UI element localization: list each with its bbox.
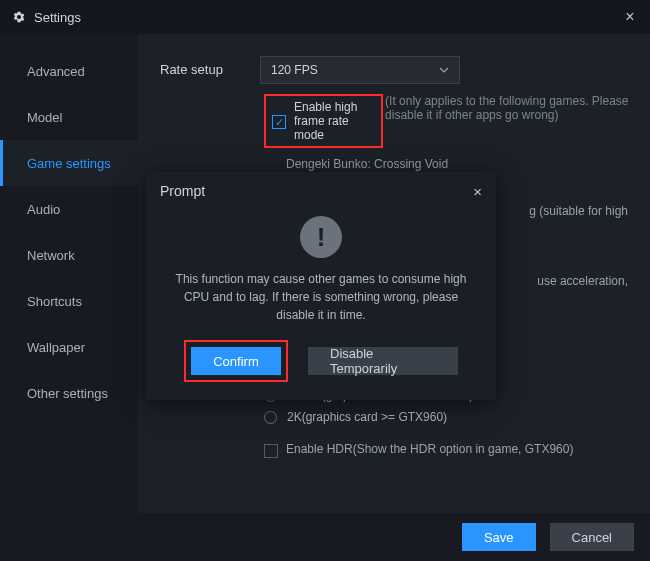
exclamation-char: ! bbox=[317, 222, 326, 253]
modal-close-icon[interactable]: × bbox=[473, 183, 482, 200]
confirm-button[interactable]: Confirm bbox=[191, 347, 281, 375]
fps-select[interactable]: 120 FPS bbox=[260, 56, 460, 84]
sidebar-item-shortcuts[interactable]: Shortcuts bbox=[0, 278, 138, 324]
sidebar-item-advanced[interactable]: Advanced bbox=[0, 48, 138, 94]
save-button[interactable]: Save bbox=[462, 523, 536, 551]
sidebar-item-network[interactable]: Network bbox=[0, 232, 138, 278]
partial-text: use acceleration, bbox=[537, 274, 628, 288]
cancel-button[interactable]: Cancel bbox=[550, 523, 634, 551]
sidebar-item-label: Wallpaper bbox=[27, 340, 85, 355]
hfr-game-item: Dengeki Bunko: Crossing Void bbox=[286, 154, 630, 174]
enable-hdr-label: Enable HDR(Show the HDR option in game, … bbox=[286, 442, 573, 456]
modal-title: Prompt bbox=[160, 183, 205, 199]
window-close-icon[interactable]: × bbox=[622, 9, 638, 25]
sidebar: Advanced Model Game settings Audio Netwo… bbox=[0, 34, 138, 513]
sidebar-item-audio[interactable]: Audio bbox=[0, 186, 138, 232]
sidebar-item-label: Model bbox=[27, 110, 62, 125]
prompt-modal: Prompt × ! This function may cause other… bbox=[146, 172, 496, 400]
confirm-button-label: Confirm bbox=[213, 354, 259, 369]
sidebar-item-label: Audio bbox=[27, 202, 60, 217]
sidebar-item-label: Advanced bbox=[27, 64, 85, 79]
enable-hdr-checkbox[interactable] bbox=[264, 444, 278, 458]
resolution-2k-label: 2K(graphics card >= GTX960) bbox=[287, 410, 447, 424]
sidebar-item-wallpaper[interactable]: Wallpaper bbox=[0, 324, 138, 370]
gear-icon bbox=[12, 10, 26, 24]
cancel-button-label: Cancel bbox=[572, 530, 612, 545]
modal-message: This function may cause other games to c… bbox=[146, 270, 496, 324]
titlebar: Settings × bbox=[0, 0, 650, 34]
sidebar-item-model[interactable]: Model bbox=[0, 94, 138, 140]
disable-temporarily-button[interactable]: Disable Temporarily bbox=[308, 347, 458, 375]
fps-selected-value: 120 FPS bbox=[271, 63, 318, 77]
exclamation-icon: ! bbox=[300, 216, 342, 258]
rate-setup-label: Rate setup bbox=[160, 56, 260, 77]
enable-hfr-label: Enable high frame rate mode bbox=[294, 100, 375, 142]
sidebar-item-label: Network bbox=[27, 248, 75, 263]
sidebar-item-game-settings[interactable]: Game settings bbox=[0, 140, 138, 186]
highlight-enable-hfr: Enable high frame rate mode bbox=[264, 94, 383, 148]
enable-hfr-checkbox[interactable] bbox=[272, 115, 286, 129]
sidebar-item-other-settings[interactable]: Other settings bbox=[0, 370, 138, 416]
resolution-2k-radio[interactable] bbox=[264, 411, 277, 424]
save-button-label: Save bbox=[484, 530, 514, 545]
window-title: Settings bbox=[34, 10, 81, 25]
enable-hfr-note: (It only applies to the following games.… bbox=[385, 94, 630, 122]
sidebar-item-label: Other settings bbox=[27, 386, 108, 401]
sidebar-item-label: Game settings bbox=[27, 156, 111, 171]
highlight-confirm: Confirm bbox=[184, 340, 288, 382]
footer: Save Cancel bbox=[0, 513, 650, 561]
chevron-down-icon bbox=[439, 65, 449, 75]
partial-text: g (suitable for high bbox=[529, 204, 628, 218]
disable-temp-button-label: Disable Temporarily bbox=[330, 346, 436, 376]
sidebar-item-label: Shortcuts bbox=[27, 294, 82, 309]
